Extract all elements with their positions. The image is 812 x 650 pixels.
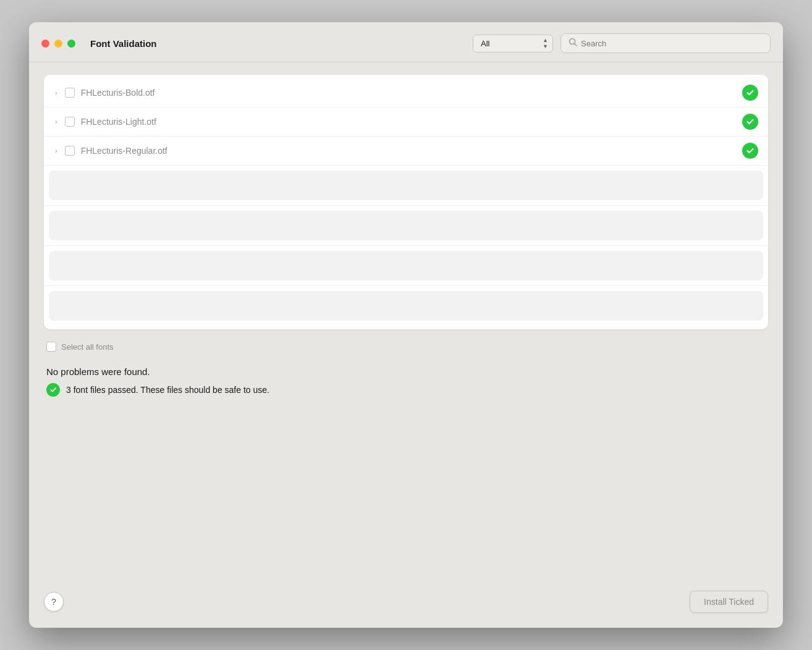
empty-row-block-1: [49, 171, 763, 200]
expand-chevron-2[interactable]: ›: [54, 117, 59, 127]
passed-icon: [46, 383, 60, 397]
maximize-button[interactable]: [67, 40, 75, 48]
help-button[interactable]: ?: [44, 592, 64, 612]
font-row: › FHLecturis-Light.otf: [44, 108, 768, 137]
select-all-row: Select all fonts: [44, 337, 768, 357]
empty-row-wrapper-4: [44, 286, 768, 326]
search-icon: [569, 38, 577, 49]
font-name-1: FHLecturis-Bold.otf: [81, 88, 736, 98]
font-row: › FHLecturis-Regular.otf: [44, 137, 768, 166]
bottom-bar: ? Install Ticked: [29, 581, 783, 628]
empty-row-block-2: [49, 211, 763, 240]
filter-select-container: AllPassedFailedWarning ▲ ▼: [473, 35, 553, 53]
empty-row-block-3: [49, 251, 763, 281]
results-section: No problems were found. 3 font files pas…: [44, 361, 768, 568]
font-row: › FHLecturis-Bold.otf: [44, 78, 768, 108]
select-all-checkbox[interactable]: [46, 342, 56, 352]
status-badge-1: [742, 85, 758, 101]
font-name-3: FHLecturis-Regular.otf: [81, 146, 736, 156]
font-list-container: › FHLecturis-Bold.otf › FHLecturis-Light…: [44, 75, 768, 329]
font-checkbox-2[interactable]: [65, 117, 75, 127]
toolbar-right: AllPassedFailedWarning ▲ ▼: [473, 33, 771, 53]
search-input[interactable]: [581, 39, 763, 48]
status-badge-3: [742, 143, 758, 159]
search-box[interactable]: [560, 33, 771, 53]
filter-select[interactable]: AllPassedFailedWarning: [473, 35, 553, 53]
font-checkbox-3[interactable]: [65, 146, 75, 156]
minimize-button[interactable]: [54, 40, 62, 48]
passed-message: 3 font files passed. These files should …: [66, 385, 269, 395]
font-checkbox-1[interactable]: [65, 88, 75, 98]
svg-line-1: [575, 44, 577, 46]
no-problems-text: No problems were found.: [46, 366, 766, 377]
window-controls: [41, 40, 75, 48]
font-name-2: FHLecturis-Light.otf: [81, 117, 736, 127]
empty-row-wrapper-2: [44, 206, 768, 246]
passed-row: 3 font files passed. These files should …: [46, 383, 766, 397]
status-badge-2: [742, 114, 758, 130]
expand-chevron-1[interactable]: ›: [54, 88, 59, 98]
empty-row-wrapper-1: [44, 166, 768, 206]
titlebar: Font Validation AllPassedFailedWarning ▲…: [29, 22, 783, 62]
main-content: › FHLecturis-Bold.otf › FHLecturis-Light…: [29, 62, 783, 581]
empty-row-block-4: [49, 291, 763, 321]
install-ticked-button[interactable]: Install Ticked: [690, 591, 768, 613]
close-button[interactable]: [41, 40, 49, 48]
main-window: Font Validation AllPassedFailedWarning ▲…: [29, 22, 783, 628]
expand-chevron-3[interactable]: ›: [54, 146, 59, 156]
empty-row-wrapper-3: [44, 246, 768, 286]
window-title: Font Validation: [90, 38, 157, 49]
select-all-label: Select all fonts: [61, 342, 114, 352]
